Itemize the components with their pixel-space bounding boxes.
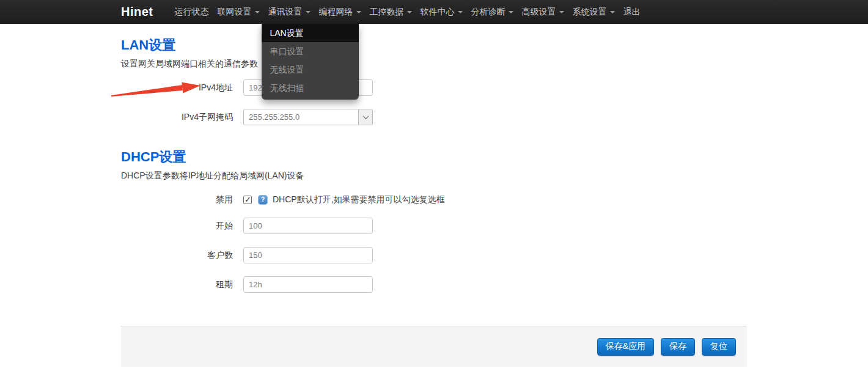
dhcp-lease-input[interactable] xyxy=(243,276,373,293)
nav-item-industrial-data[interactable]: 工控数据 xyxy=(366,0,416,24)
nav-item-logout[interactable]: 退出 xyxy=(619,0,645,24)
save-button[interactable]: 保存 xyxy=(661,338,695,356)
chevron-down-icon xyxy=(509,11,513,13)
ipv4-address-label: IPv4地址 xyxy=(121,83,233,94)
dhcp-lease-label: 租期 xyxy=(121,279,233,290)
nav-item-label: 退出 xyxy=(623,7,641,17)
lan-settings-title: LAN设置 xyxy=(121,38,747,53)
nav-item-label: 联网设置 xyxy=(218,7,252,17)
dhcp-disable-row: 禁用 ? DHCP默认打开,如果需要禁用可以勾选复选框 xyxy=(121,191,747,208)
nav-item-label: 通讯设置 xyxy=(268,7,303,17)
dhcp-start-label: 开始 xyxy=(121,221,233,232)
dropdown-item-serial-settings[interactable]: 串口设置 xyxy=(262,42,359,61)
page-actions: 保存&应用 保存 复位 xyxy=(121,326,747,367)
ipv4-address-row: IPv4地址 xyxy=(121,79,747,96)
nav-item-label: 分析诊断 xyxy=(471,7,506,17)
nav-item-status[interactable]: 运行状态 xyxy=(171,0,213,24)
dhcp-disable-checkbox[interactable] xyxy=(243,196,252,204)
save-apply-button[interactable]: 保存&应用 xyxy=(597,338,654,356)
nav-item-system-settings[interactable]: 系统设置 xyxy=(568,0,619,24)
dhcp-lease-row: 租期 xyxy=(121,276,747,293)
reset-button[interactable]: 复位 xyxy=(702,338,736,356)
dropdown-item-wireless-settings[interactable]: 无线设置 xyxy=(262,61,359,79)
ipv4-netmask-row: IPv4子网掩码 255.255.255.0 xyxy=(121,109,747,125)
chevron-down-icon xyxy=(559,11,564,13)
ipv4-netmask-label: IPv4子网掩码 xyxy=(121,112,233,123)
nav-item-label: 高级设置 xyxy=(522,7,556,17)
chevron-down-icon xyxy=(255,11,260,13)
nav-item-label: 编程网络 xyxy=(319,7,353,17)
nav-item-label: 运行状态 xyxy=(175,7,209,17)
nav-item-software-center[interactable]: 软件中心 xyxy=(416,0,467,24)
chevron-down-icon xyxy=(356,11,361,13)
dropdown-item-lan-settings[interactable]: LAN设置 xyxy=(262,24,359,42)
brand-logo[interactable]: Hinet xyxy=(121,0,153,24)
dhcp-disable-label: 禁用 xyxy=(121,194,233,205)
nav-item-label: 软件中心 xyxy=(421,7,455,17)
chevron-down-icon xyxy=(362,113,369,119)
nav-item-advanced-settings[interactable]: 高级设置 xyxy=(518,0,568,24)
select-arrow-button[interactable] xyxy=(358,109,372,125)
chevron-down-icon xyxy=(610,11,615,13)
ipv4-netmask-selected-value: 255.255.255.0 xyxy=(244,109,358,125)
dropdown-item-wireless-scan[interactable]: 无线扫描 xyxy=(262,79,359,97)
dhcp-start-input[interactable] xyxy=(243,218,373,234)
chevron-down-icon xyxy=(407,11,412,13)
chevron-down-icon xyxy=(458,11,463,13)
dhcp-settings-title: DHCP设置 xyxy=(121,150,747,164)
dhcp-disable-hint: DHCP默认打开,如果需要禁用可以勾选复选框 xyxy=(273,194,445,205)
dhcp-limit-input[interactable] xyxy=(243,247,373,263)
dhcp-limit-label: 客户数 xyxy=(121,250,233,261)
nav-item-comm-settings[interactable]: 通讯设置 LAN设置 串口设置 无线设置 无线扫描 xyxy=(264,0,315,24)
nav-item-label: 系统设置 xyxy=(573,7,607,17)
dhcp-limit-row: 客户数 xyxy=(121,247,747,263)
lan-settings-subtitle: 设置网关局域网端口相关的通信参数 xyxy=(121,57,747,70)
help-icon[interactable]: ? xyxy=(258,195,268,205)
nav-item-network-settings[interactable]: 联网设置 xyxy=(213,0,264,24)
comm-settings-dropdown: LAN设置 串口设置 无线设置 无线扫描 xyxy=(262,24,359,100)
main-content: LAN设置 设置网关局域网端口相关的通信参数 IPv4地址 IPv4子网掩码 2… xyxy=(121,24,747,367)
nav-item-label: 工控数据 xyxy=(370,7,404,17)
nav-item-diagnosis[interactable]: 分析诊断 xyxy=(467,0,518,24)
nav-item-programming-network[interactable]: 编程网络 xyxy=(315,0,366,24)
dhcp-settings-subtitle: DHCP设置参数将IP地址分配给局域网(LAN)设备 xyxy=(121,169,747,182)
chevron-down-icon xyxy=(306,11,311,13)
dhcp-start-row: 开始 xyxy=(121,218,747,234)
ipv4-netmask-select[interactable]: 255.255.255.0 xyxy=(243,109,373,125)
top-navbar: Hinet 运行状态 联网设置 通讯设置 LAN设置 串口设置 无线设置 无线扫… xyxy=(0,0,868,24)
